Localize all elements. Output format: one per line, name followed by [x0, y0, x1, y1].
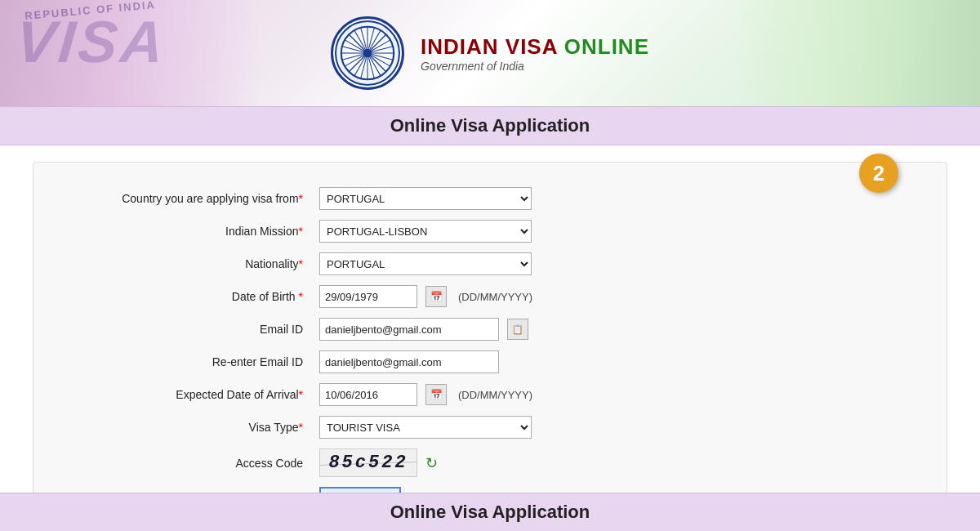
- email-row: Email ID 📋: [82, 318, 898, 341]
- form-container: Country you are applying visa from* PORT…: [33, 162, 947, 531]
- nationality-label: Nationality*: [82, 257, 311, 270]
- nationality-row: Nationality* PORTUGAL: [82, 252, 898, 275]
- brand-text: INDIAN VISA ONLINE Government of India: [421, 34, 649, 73]
- dob-label: Date of Birth *: [82, 290, 311, 303]
- mission-row: Indian Mission* PORTUGAL-LISBON: [82, 220, 898, 243]
- brand-visa: VISA: [499, 34, 564, 59]
- arrival-row: Expected Date of Arrival* 📅 (DD/MM/YYYY): [82, 383, 898, 406]
- re-email-row: Re-enter Email ID: [82, 350, 898, 373]
- email-input[interactable]: [319, 318, 499, 341]
- mission-label: Indian Mission*: [82, 225, 311, 238]
- visa-type-row: Visa Type* TOURIST VISA: [82, 416, 898, 439]
- header-bg-right: [735, 0, 980, 106]
- captcha-image: 85c522: [319, 448, 417, 477]
- header: VISA REPUBLIC OF INDIA: [0, 0, 980, 106]
- svg-line-25: [349, 34, 364, 50]
- mission-select[interactable]: PORTUGAL-LISBON: [319, 220, 532, 243]
- visa-type-label: Visa Type*: [82, 421, 311, 434]
- svg-line-14: [371, 34, 386, 50]
- arrival-picker-button[interactable]: 📅: [425, 384, 447, 405]
- arrival-label: Expected Date of Arrival*: [82, 388, 311, 401]
- dob-row: Date of Birth * 📅 (DD/MM/YYYY): [82, 285, 898, 308]
- step-badge: 2: [859, 154, 898, 193]
- footer-title: Online Visa Application: [0, 493, 980, 531]
- dob-picker-button[interactable]: 📅: [425, 286, 447, 307]
- page-title: Online Visa Application: [0, 106, 980, 145]
- re-email-label: Re-enter Email ID: [82, 355, 311, 368]
- nationality-select[interactable]: PORTUGAL: [319, 252, 532, 275]
- email-icon-button[interactable]: 📋: [507, 319, 528, 340]
- brand-online: ONLINE: [564, 34, 649, 59]
- country-label: Country you are applying visa from*: [82, 192, 311, 205]
- country-row: Country you are applying visa from* PORT…: [82, 187, 898, 210]
- re-email-input[interactable]: [319, 350, 499, 373]
- dob-format: (DD/MM/YYYY): [458, 291, 532, 303]
- captcha-refresh-button[interactable]: ↻: [425, 454, 438, 472]
- svg-line-15: [349, 56, 364, 72]
- brand-subtitle: Government of India: [421, 60, 524, 73]
- access-code-label: Access Code: [82, 457, 311, 470]
- svg-line-24: [371, 56, 386, 72]
- email-label: Email ID: [82, 323, 311, 336]
- country-select[interactable]: PORTUGAL: [319, 187, 532, 210]
- main-content: 2 Country you are applying visa from* PO…: [0, 145, 980, 531]
- svg-point-30: [365, 51, 371, 56]
- header-center: INDIAN VISA ONLINE Government of India: [331, 16, 649, 90]
- access-code-row: Access Code 85c522 ↻: [82, 448, 898, 477]
- captcha-display: 85c522 ↻: [319, 448, 438, 477]
- visa-type-select[interactable]: TOURIST VISA: [319, 416, 532, 439]
- arrival-format: (DD/MM/YYYY): [458, 389, 532, 401]
- dob-input[interactable]: [319, 285, 417, 308]
- brand-indian: INDIAN: [421, 34, 499, 59]
- ashoka-chakra: [331, 16, 404, 90]
- arrival-input[interactable]: [319, 383, 417, 406]
